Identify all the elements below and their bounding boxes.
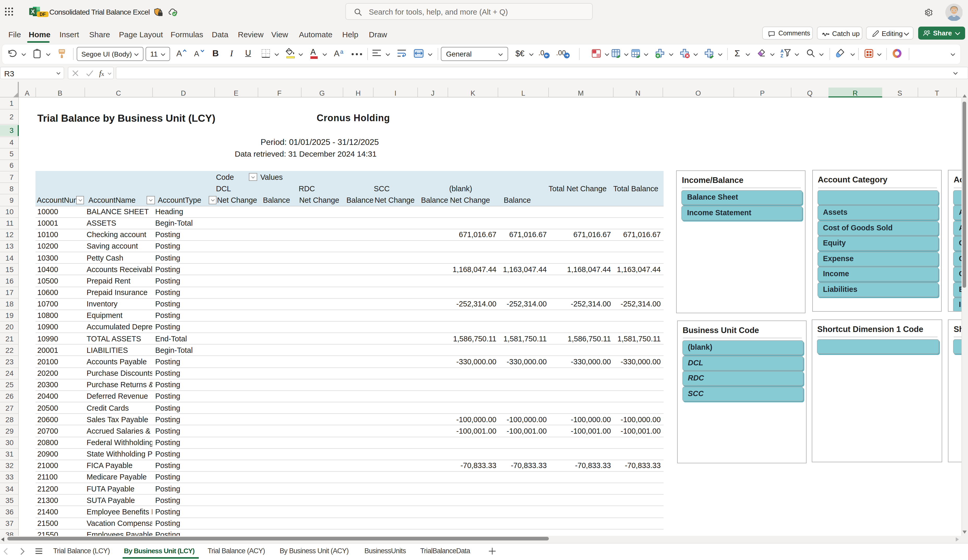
svg-text:DF: DF (40, 12, 46, 17)
svg-text:X: X (31, 8, 35, 15)
svg-text:A: A (176, 49, 182, 58)
svg-text:Z: Z (781, 53, 783, 58)
svg-text:A: A (334, 49, 340, 58)
svg-text:.0: .0 (539, 49, 544, 57)
svg-text:a: a (340, 48, 343, 55)
svg-text:A: A (781, 49, 784, 54)
svg-text:A: A (194, 50, 199, 58)
